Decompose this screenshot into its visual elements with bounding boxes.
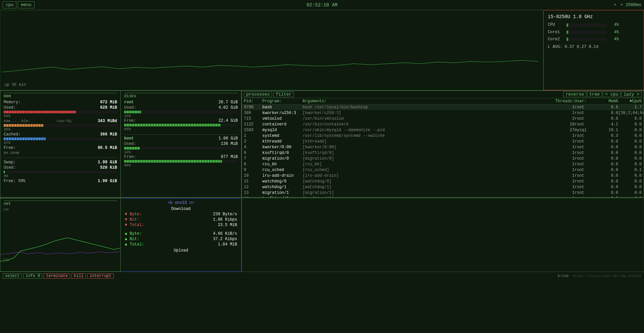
proc-args: /usr/lib/systemd/systemd --switche (303, 133, 548, 138)
proc-row[interactable]: 10 lru-add-drain [lru-add-drain] 1 root … (242, 173, 644, 179)
proc-args: bash /usr/local/bin/bashtop (303, 105, 548, 110)
proc-threads: 10 (548, 122, 575, 127)
proc-pid: 10 (244, 173, 262, 178)
mem-used-bar (4, 111, 76, 113)
proc-cpu: 0.0 (618, 196, 642, 197)
proc-args: [lru-add-drain] (303, 173, 548, 178)
ul-byte-row: ▲ Byte: 4.66 KiB/s (125, 231, 237, 236)
disk-boot-used-label: Used: (124, 142, 136, 146)
info-button[interactable]: info 0 (23, 273, 42, 279)
memory-row: Memory: 972 MiB (4, 100, 117, 105)
proc-user: root (575, 173, 598, 178)
proc-row[interactable]: 2 kthreadd [kthreadd] 1 root 0.0 0.0 (242, 139, 644, 145)
terminate-button[interactable]: terminate (44, 273, 70, 279)
proc-user: root (575, 168, 598, 172)
dl-byte-row: ▼ Byte: 239 Byte/s (125, 212, 237, 217)
core1-row: Core1 4% (548, 29, 640, 36)
uptime: up 36 min (4, 82, 26, 87)
proc-args: [migration/1] (303, 190, 548, 195)
disk-boot-free-val: 877 MiB (221, 155, 238, 159)
proc-cpu: 0.0 (618, 116, 642, 121)
tree-tab[interactable]: tree (587, 92, 602, 97)
proc-pid: 1583 (244, 128, 262, 132)
disk-root-used-bar (124, 111, 141, 113)
proc-user: root (575, 179, 598, 184)
disk-root-used-label: Used: (124, 105, 136, 110)
net-graph: net 10K 22K (0, 198, 121, 272)
reverse-tab[interactable]: reverse (563, 92, 586, 97)
proc-pid: 12 (244, 185, 262, 189)
proc-user: root (575, 105, 598, 110)
swap-free-value: 1.99 GiB (98, 179, 117, 183)
proc-name: kworker/u256:3 (262, 111, 303, 115)
mem-used-bar-container (4, 111, 117, 113)
swap-bar (4, 171, 5, 173)
cpu-row: CPU 4% (548, 22, 640, 28)
cpu-tab[interactable]: cpu (3, 1, 16, 8)
proc-row[interactable]: 8 rcu_bh [rcu_bh] 1 root 0.0 0.0 (242, 162, 644, 167)
disk-boot-used-pct: 14% (124, 150, 238, 154)
swap-free-row: Free: 99% 1.99 GiB (4, 179, 117, 183)
proc-row[interactable]: 1583 mysqld /usr/sbin/mysqld --daemonize… (242, 127, 644, 133)
buf-pct: 35% (4, 127, 117, 131)
kill-button[interactable]: kill (71, 273, 86, 279)
core1-bar-bg (567, 31, 607, 34)
disk-root-free-pct: 85% (124, 127, 238, 131)
menu-tab[interactable]: menu (18, 1, 34, 8)
disk-root-used-pct: 15% (124, 114, 238, 118)
interrupt-button[interactable]: interrupt (87, 273, 114, 279)
filter-tab[interactable]: filter (273, 92, 294, 97)
proc-cpu: 0.0 (618, 128, 642, 132)
proc-row[interactable]: 13 migration/1 [migration/1] 1 root 0.0 … (242, 190, 644, 196)
proc-user: root (575, 196, 598, 197)
proc-row[interactable]: 12 watchdog/1 [watchdog/1] 1 root 0.0 0.… (242, 184, 644, 190)
free-label: Free: (4, 146, 16, 150)
proc-row[interactable]: 1122 containerd /usr/bin/containerd 10 r… (242, 122, 644, 127)
proc-row[interactable]: 6 ksoftirqd/0 [ksoftirqd/0] 1 root 0.0 0… (242, 150, 644, 156)
lazy-tab[interactable]: lazy > (621, 92, 642, 97)
disk-boot-used-row: Used: 136 MiB (124, 142, 238, 146)
proc-row[interactable]: 715 vmtoolsd /usr/bin/vmtoolsd 2 root 0.… (242, 116, 644, 122)
proc-row[interactable]: 9780 bash bash /usr/local/bin/bashtop 1 … (242, 105, 644, 110)
col-program: Program: (262, 99, 303, 104)
proc-row[interactable]: 11 watchdog/0 [watchdog/0] 1 root 0.0 0.… (242, 179, 644, 184)
proc-args: [watchdog/1] (303, 185, 548, 189)
proc-threads: 1 (548, 173, 575, 178)
col-mem: Mem% (598, 99, 618, 104)
proc-mem: 0.0 (598, 156, 618, 161)
proc-row[interactable]: 7 migration/0 [migration/0] 1 root 0.0 0… (242, 156, 644, 162)
proc-name: mysqld (262, 128, 303, 132)
select-button[interactable]: select (3, 273, 22, 279)
proc-args: [kworker/u256:3] (303, 111, 548, 115)
proc-mem: 0.0 (598, 151, 618, 155)
proc-name: kthreadd (262, 139, 303, 144)
cached-label: Cached: (4, 132, 20, 137)
disk-boot-name: boot (124, 136, 134, 141)
cpu-model: i5-8250U 1.8 GHz (548, 13, 640, 20)
ul-byte-val: 4.66 KiB/s (213, 231, 237, 236)
ul-bit-label: ▲ Bit: (125, 237, 139, 241)
processes-tab[interactable]: processes (244, 92, 272, 97)
dl-total-row: ▼ Total: 23.5 MiB (125, 223, 237, 227)
swap-row: Swap: 1.99 GiB (4, 160, 117, 165)
proc-pid: 6 (244, 151, 262, 155)
proc-name: systemd (262, 133, 303, 138)
proc-mem: 0.6 (598, 105, 618, 110)
dl-bit-val: 1.86 Kibps (213, 217, 237, 222)
processes-panel: processes filter reverse tree < cpu lazy… (241, 91, 644, 198)
proc-row[interactable]: 9 rcu_sched [rcu_sched] 1 root 0.0 0.1 (242, 167, 644, 173)
disk-root-name: root (124, 100, 134, 105)
proc-name: migration/0 (262, 156, 303, 161)
proc-row[interactable]: 309 kworker/u256:3 [kworker/u256:3] 1 ro… (242, 110, 644, 116)
cpu-label: CPU (548, 22, 565, 28)
proc-name: bash (262, 105, 303, 110)
proc-mem: 0.0 (598, 185, 618, 189)
proc-row[interactable]: 1 systemd /usr/lib/systemd/systemd --swi… (242, 133, 644, 139)
proc-name: ksoftirqd/1 (262, 196, 303, 197)
swap-pct: 0% (4, 174, 117, 178)
proc-row[interactable]: 4 kworker/0:0H [kworker/0:0H] 1 root 0.0… (242, 145, 644, 150)
cpu-sort-tab[interactable]: < cpu (603, 92, 621, 97)
proc-row[interactable]: 14 ksoftirqd/1 [ksoftirqd/1] 1 root 0.0 … (242, 196, 644, 197)
proc-mem: 0.0 (598, 111, 618, 115)
proc-cpu: 0.0 (618, 162, 642, 167)
